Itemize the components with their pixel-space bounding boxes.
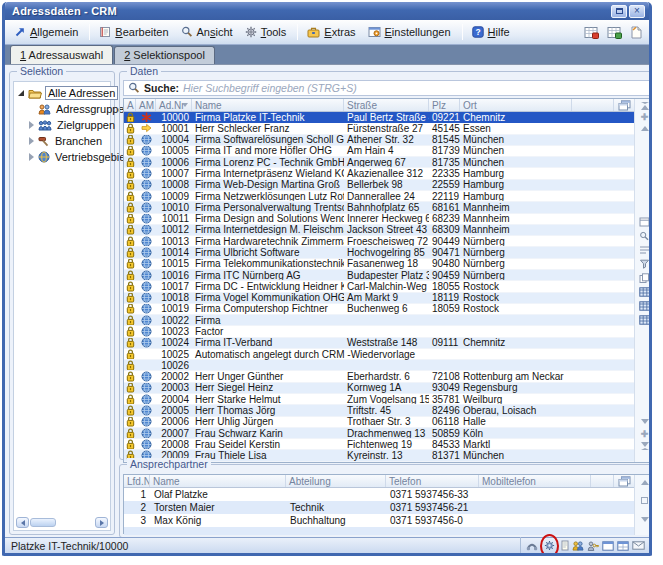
search-bar[interactable]: Suche: Hier Suchbegriff eingeben (STRG+S…	[123, 80, 652, 96]
tree-item-zielgruppen[interactable]: Zielgruppen	[15, 117, 109, 133]
contacts-header-col-lfdnr[interactable]: Lfd.Nr.	[124, 475, 150, 487]
address-row-20004[interactable]: 20004Herr Starke HelmutZum Vogelsang 153…	[124, 394, 634, 405]
address-row-10015[interactable]: 10015Firma Telekommunikationstechnik Sei…	[124, 259, 634, 270]
scroll-bottom-button[interactable]	[635, 442, 652, 450]
band-icon[interactable]	[639, 245, 650, 255]
tab-selektionspool[interactable]: 2 Selektionspool	[114, 46, 215, 64]
tree-item-vertriebsgebiete[interactable]: Vertriebsgebiete	[15, 149, 109, 165]
address-row-10025[interactable]: 10025Automatisch angelegt durch CRM -Wie…	[124, 349, 634, 360]
users-icon[interactable]	[572, 541, 584, 551]
scroll-left-button[interactable]	[16, 517, 29, 528]
contacts-header-column-chooser[interactable]	[614, 475, 634, 487]
contacts-header-col-name[interactable]: Name	[150, 475, 286, 487]
table-export-icon[interactable]	[606, 25, 623, 40]
contacts-header-col-mobiltelefon[interactable]: Mobiltelefon	[479, 475, 591, 487]
address-row-10010[interactable]: 10010Firma Personalverwaltung Trentsch G…	[124, 202, 634, 213]
address-row-10023[interactable]: 10023Factor	[124, 326, 634, 337]
scroll-top-button[interactable]	[635, 102, 652, 110]
sync-gear-icon[interactable]	[544, 540, 555, 551]
scroll-right-button[interactable]	[95, 517, 108, 528]
filter-icon[interactable]	[639, 259, 650, 269]
column-chooser-icon[interactable]	[618, 476, 631, 487]
menu-ansicht[interactable]: Ansicht	[176, 23, 240, 41]
address-row-10000[interactable]: 10000Firma Platzke IT-TechnikPaul Bertz …	[124, 112, 634, 123]
address-row-20003[interactable]: 20003Herr Siegel HeinzKornweg 1A93049Reg…	[124, 383, 634, 394]
address-row-10022[interactable]: 10022Firma	[124, 315, 634, 326]
grid-view-icon[interactable]	[635, 287, 652, 297]
address-row-10018[interactable]: 10018Firma Vogel Kommunikation OHGAm Mar…	[124, 293, 634, 304]
header-col-filler[interactable]	[572, 99, 614, 111]
address-row-10011[interactable]: 10011Firma Design and Solutions Wendt Gm…	[124, 214, 634, 225]
copy-icon[interactable]	[635, 273, 652, 283]
menu-einstellungen[interactable]: Einstellungen	[363, 23, 458, 41]
expand-icon[interactable]	[27, 137, 35, 145]
grid-view-icon[interactable]	[639, 315, 651, 325]
header-col-ort[interactable]: Ort	[460, 99, 572, 111]
contact-row-empty[interactable]	[124, 527, 634, 535]
expand-icon[interactable]	[27, 153, 35, 161]
header-column-chooser[interactable]	[614, 99, 634, 111]
card-view-icon[interactable]	[635, 217, 652, 227]
address-row-20007[interactable]: 20007Frau Schwarz KarinDrachmenweg 13508…	[124, 428, 634, 439]
find-icon[interactable]	[635, 231, 652, 241]
tree-horizontal-scrollbar[interactable]	[16, 517, 108, 528]
scroll-marker2-icon[interactable]: ✚	[635, 430, 652, 438]
column-chooser-icon[interactable]	[618, 100, 631, 111]
header-col-a[interactable]: A	[124, 99, 136, 111]
scroll-thumb[interactable]	[30, 518, 56, 527]
address-row-20005[interactable]: 20005Herr Thomas JörgTriftstr. 4582496Ob…	[124, 405, 634, 416]
address-row-10014[interactable]: 10014Firma Ulbricht SoftwareHochvogelrin…	[124, 247, 634, 258]
band-icon[interactable]	[635, 245, 652, 255]
address-row-10004[interactable]: 10004Firma Softwarelösungen Scholl GmbHA…	[124, 135, 634, 146]
contacts-header-col-telefon[interactable]: Telefon	[386, 475, 479, 487]
table-import-icon[interactable]	[583, 25, 600, 40]
close-button[interactable]: ×	[629, 5, 645, 18]
address-row-10008[interactable]: 10008Firma Web-Design Martina GroßBeller…	[124, 180, 634, 191]
header-col-name[interactable]: Name	[192, 99, 344, 111]
collapse-icon[interactable]	[17, 90, 25, 96]
scroll-down-button[interactable]	[635, 419, 652, 424]
filter-icon[interactable]	[635, 259, 652, 269]
window-grid-icon[interactable]	[617, 541, 629, 551]
address-row-20008[interactable]: 20008Frau Seidel KerstinFichtenweg 19845…	[124, 439, 634, 450]
address-row-10019[interactable]: 10019Firma Computershop FichtnerBuchenwe…	[124, 304, 634, 315]
copy-icon[interactable]	[639, 273, 650, 283]
new-document-icon[interactable]	[629, 25, 643, 40]
address-row-10007[interactable]: 10007Firma Internetpräsenz Wieland KGAka…	[124, 168, 634, 179]
menu-hilfe[interactable]: ?Hilfe	[467, 23, 517, 41]
menu-tools[interactable]: Tools	[240, 23, 294, 41]
address-row-10005[interactable]: 10005Firma IT and more Höfler OHGAm Hain…	[124, 146, 634, 157]
contacts-header-col-abteilung[interactable]: Abteilung	[286, 475, 386, 487]
tab-adressauswahl[interactable]: 1 Adressauswahl	[10, 45, 113, 64]
contacts-scroll-up-button[interactable]	[635, 480, 652, 485]
address-row-20006[interactable]: 20006Herr Uhlig JürgenTrothaer Str. 3061…	[124, 417, 634, 428]
menu-bearbeiten[interactable]: Bearbeiten	[94, 23, 175, 41]
contacts-scroll-thumb[interactable]	[635, 497, 652, 504]
contact-row-1[interactable]: 1Olaf Platzke0371 5937456-33	[124, 488, 634, 501]
notes-icon[interactable]	[561, 540, 569, 551]
phone-icon[interactable]	[526, 540, 538, 551]
search-input-placeholder[interactable]: Hier Suchbegriff eingeben (STRG+S)	[183, 82, 357, 94]
tree-item-branchen[interactable]: Branchen	[15, 133, 109, 149]
address-row-10006[interactable]: 10006Firma Lorenz PC - Technik GmbHAnger…	[124, 157, 634, 168]
address-row-10016[interactable]: 10016Firma ITC Nürnberg AGBudapester Pla…	[124, 270, 634, 281]
header-col-plz[interactable]: Plz	[429, 99, 460, 111]
address-row-10026[interactable]: 10026	[124, 360, 634, 371]
tree-item-alle-adressen[interactable]: Alle Adressen	[15, 85, 109, 101]
key-user-icon[interactable]	[587, 541, 599, 551]
contacts-header-col-filler[interactable]	[591, 475, 614, 487]
address-row-10001[interactable]: 10001Herr Schlecker FranzFürstenstraße 2…	[124, 123, 634, 134]
grid-view-icon[interactable]	[639, 287, 651, 297]
titlebar[interactable]: Adressdaten - CRM ×	[5, 2, 649, 20]
grid-view-icon[interactable]	[639, 301, 651, 311]
expand-icon[interactable]	[27, 121, 35, 129]
mail-icon[interactable]	[632, 541, 645, 550]
grid-view-icon[interactable]	[635, 315, 652, 325]
address-row-10024[interactable]: 10024Firma IT-VerbandWeststraße 14809111…	[124, 338, 634, 349]
header-col-strasse[interactable]: Straße	[344, 99, 429, 111]
contact-row-2[interactable]: 2Torsten MaierTechnik0371 5937456-21	[124, 501, 634, 514]
contacts-scroll-down-button[interactable]	[635, 517, 652, 522]
menu-extras[interactable]: Extras	[302, 23, 362, 41]
address-row-10017[interactable]: 10017Firma DC - Entwicklung Heidner KGCa…	[124, 281, 634, 292]
window-icon[interactable]	[602, 541, 614, 551]
